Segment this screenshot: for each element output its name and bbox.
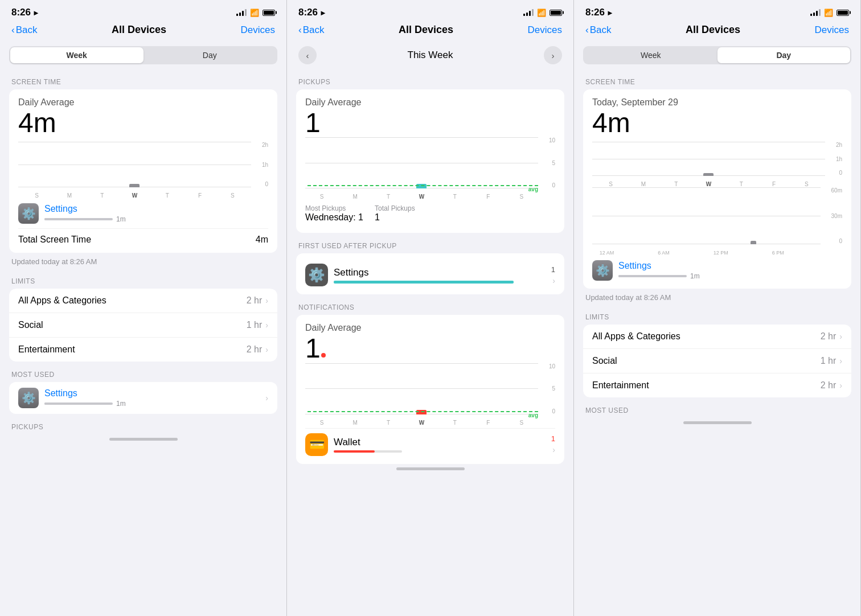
settings-row-right[interactable]: ⚙️ Settings 1m (592, 256, 842, 281)
right-scroll: Week Day SCREEN TIME Today, September 29… (574, 42, 860, 616)
status-time-mid: 8:26 ► (298, 7, 327, 18)
right-panel: 8:26 ► 📶 ‹ Back All Devices Devices (574, 0, 861, 616)
update-label-right: Updated today at 8:26 AM (574, 290, 860, 305)
nav-title-right: All Devices (686, 24, 740, 36)
total-value-left: 4m (256, 235, 268, 245)
nav-bar-left: ‹ Back All Devices Devices (0, 20, 286, 42)
screen-time-card-right: Today, September 29 4m 2h 1h 0 (583, 89, 851, 289)
most-used-app-name-left: Settings (44, 388, 260, 399)
pickups-section-mid: PICKUPS (287, 70, 573, 89)
left-panel: 8:26 ► 📶 ‹ Back All Devices Devices (0, 0, 287, 616)
back-button-mid[interactable]: ‹ Back (298, 24, 324, 36)
devices-button-left[interactable]: Devices (241, 24, 275, 36)
status-bar-right: 8:26 ► 📶 (574, 0, 860, 20)
nav-title-mid: All Devices (399, 24, 453, 36)
notif-section-mid: NOTIFICATIONS (287, 295, 573, 315)
total-row-left: Total Screen Time 4m (18, 228, 268, 245)
screen-time-label-right: SCREEN TIME (574, 70, 860, 89)
limit-item-1-left[interactable]: Social 1 hr › (9, 313, 277, 338)
home-indicator-right (683, 421, 752, 424)
most-used-label-left: MOST USED (0, 363, 286, 382)
chart-y-labels-left: 2h 1h 0 (252, 142, 268, 187)
middle-panel: 8:26 ► 📶 ‹ Back All Devices Devices (287, 0, 574, 616)
limits-block-right: All Apps & Categories 2 hr › Social 1 hr… (583, 325, 851, 397)
wifi-icon-right: 📶 (824, 9, 833, 17)
pickups-section-left: PICKUPS (0, 415, 286, 434)
location-icon-right: ► (606, 9, 614, 17)
settings-icon-right: ⚙️ (592, 260, 613, 281)
status-time-left: 8:26 ► (11, 7, 40, 18)
segment-week-left[interactable]: Week (10, 47, 144, 63)
status-icons-right: 📶 (810, 9, 849, 17)
status-bar-left: 8:26 ► 📶 (0, 0, 286, 20)
wifi-icon-mid: 📶 (537, 9, 546, 17)
screen-time-card-left: Daily Average 4m 2h 1h 0 (9, 89, 277, 253)
first-used-icon-mid: ⚙️ (305, 264, 328, 286)
status-bar-mid: 8:26 ► 📶 (287, 0, 573, 20)
pickup-chart-mid: 10 5 0 avg S M (305, 137, 555, 200)
wallet-count-mid: 1 (551, 434, 555, 443)
limit-item-0-right[interactable]: All Apps & Categories 2 hr › (583, 325, 851, 349)
most-used-row-left[interactable]: ⚙️ Settings 1m › (18, 388, 268, 408)
mid-scroll: ‹ This Week › PICKUPS Daily Average 1 10… (287, 42, 573, 616)
week-chart-right: 2h 1h 0 S M T W T (592, 142, 842, 187)
location-icon-mid: ► (319, 9, 327, 17)
prev-week-btn[interactable]: ‹ (298, 46, 317, 64)
nav-title-left: All Devices (112, 24, 166, 36)
limit-item-2-right[interactable]: Entertainment 2 hr › (583, 373, 851, 397)
devices-button-mid[interactable]: Devices (528, 24, 562, 36)
limit-item-0-left[interactable]: All Apps & Categories 2 hr › (9, 289, 277, 313)
avg-line-pickups: avg (308, 185, 538, 186)
wifi-icon-left: 📶 (250, 9, 259, 17)
left-scroll: Week Day SCREEN TIME Daily Average 4m 2h… (0, 42, 286, 616)
most-used-icon-left: ⚙️ (18, 388, 39, 408)
first-used-count-mid: 1 (551, 265, 555, 274)
settings-app-name-left: Settings (44, 204, 268, 214)
notif-card-mid: Daily Average 1 10 5 0 (296, 315, 564, 463)
back-button-right[interactable]: ‹ Back (585, 24, 611, 36)
settings-app-row-left[interactable]: ⚙️ Settings 1m (18, 199, 268, 224)
limit-item-2-left[interactable]: Entertainment 2 hr › (9, 338, 277, 362)
pickups-card-mid: Daily Average 1 10 5 0 (296, 89, 564, 233)
status-icons-left: 📶 (236, 9, 275, 17)
daily-avg-value-left: 4m (18, 109, 268, 137)
back-button-left[interactable]: ‹ Back (11, 24, 37, 36)
wallet-name-mid: Wallet (334, 437, 546, 448)
next-week-btn[interactable]: › (544, 46, 562, 64)
settings-name-right: Settings (618, 261, 842, 271)
segment-day-left[interactable]: Day (144, 47, 277, 63)
limits-block-left: All Apps & Categories 2 hr › Social 1 hr… (9, 289, 277, 362)
devices-button-right[interactable]: Devices (815, 24, 849, 36)
week-nav: ‹ This Week › (287, 42, 573, 70)
first-used-section-mid: FIRST USED AFTER PICKUP (287, 234, 573, 253)
settings-app-time-left: 1m (116, 215, 126, 223)
segment-week-right[interactable]: Week (584, 47, 718, 63)
settings-icon-left: ⚙️ (18, 203, 39, 224)
segment-day-right[interactable]: Day (718, 47, 851, 63)
status-time-right: 8:26 ► (585, 7, 614, 18)
week-nav-title: This Week (408, 50, 453, 61)
today-value-right: 4m (592, 109, 842, 137)
segment-right: Week Day (583, 46, 851, 64)
location-icon-left: ► (32, 9, 40, 17)
limits-label-right: LIMITS (574, 305, 860, 325)
home-indicator-left (109, 438, 178, 441)
limit-item-1-right[interactable]: Social 1 hr › (583, 349, 851, 373)
settings-time-right: 1m (690, 272, 700, 280)
daily-avg-label-left: Daily Average (18, 97, 268, 108)
screen-time-chart-left: 2h 1h 0 S M T W T (18, 142, 268, 199)
segment-left: Week Day (9, 46, 277, 64)
avg-line-notif: avg (308, 411, 538, 412)
status-icons-mid: 📶 (523, 9, 562, 17)
signal-left (236, 9, 247, 16)
total-label-left: Total Screen Time (18, 235, 91, 245)
limits-label-left: LIMITS (0, 269, 286, 289)
pickup-stats-mid: Most Pickups Wednesday: 1 Total Pickups … (305, 200, 555, 225)
most-used-label-right: MOST USED (574, 399, 860, 418)
notif-dot-mid (321, 353, 326, 358)
first-used-row-mid[interactable]: ⚙️ Settings 1 › (305, 261, 555, 286)
wallet-icon-mid: 💳 (305, 433, 328, 456)
wallet-row-mid[interactable]: 💳 Wallet 1 › (305, 428, 555, 456)
battery-right (837, 10, 849, 16)
most-used-card-left: ⚙️ Settings 1m › (9, 382, 277, 414)
